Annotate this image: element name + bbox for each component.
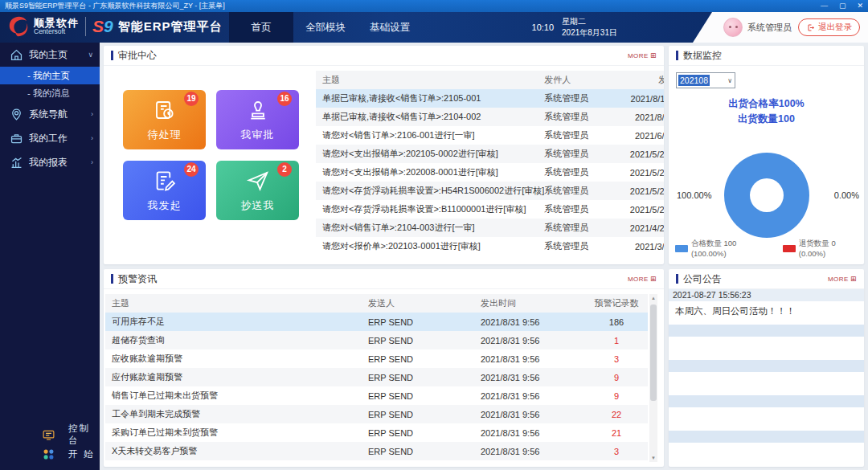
start-label: 开 始 — [68, 448, 94, 460]
row-count: 22 — [585, 410, 648, 419]
row-time: 2021/5/21 16:13 — [618, 205, 664, 215]
more-label: MORE — [628, 52, 649, 59]
table-row[interactable]: 采购订单已过期未到货预警 ERP SEND 2021/8/31 9:56 21 — [105, 423, 648, 442]
announcement-text — [669, 337, 864, 360]
logout-icon — [806, 23, 815, 32]
table-row[interactable]: 销售订单已过期未出货预警 ERP SEND 2021/8/31 9:56 9 — [105, 386, 648, 405]
table-row[interactable]: 请您对<存货浮动耗损率设置>:H54R1S006002进行[审核] 系统管理员 … — [316, 182, 664, 200]
table-row[interactable]: 应收账款逾期预警 ERP SEND 2021/8/31 9:56 3 — [105, 349, 648, 368]
tile-label: 抄送我 — [241, 198, 275, 213]
row-time: 2021/8/31 9:56 — [481, 428, 585, 438]
table-row[interactable]: 请您对<支出报销单>:202008-0001进行[审核] 系统管理员 2021/… — [316, 163, 664, 182]
avatar[interactable] — [723, 18, 743, 37]
tile-initiated-by-me[interactable]: 24 我发起 — [123, 161, 206, 220]
row-sender: ERP SEND — [368, 391, 481, 401]
legend-item-pass: 合格数量 100 (100.00%) — [675, 239, 773, 258]
table-row[interactable]: 请您对<支出报销单>:202105-0002进行[审核] 系统管理员 2021/… — [316, 145, 664, 163]
legend-swatch-red — [783, 245, 796, 252]
table-row[interactable]: 工令单到期未完成预警 ERP SEND 2021/8/31 9:56 22 — [105, 405, 648, 423]
navigation-icon — [10, 108, 23, 121]
alerts-header: 预警资讯 MORE ⊞ — [104, 269, 664, 289]
logout-button[interactable]: 退出登录 — [798, 18, 860, 36]
list-item[interactable]: 2021-08-27 15:56:23 本周六、周日公司活动！！！ — [669, 289, 864, 325]
scroll-thumb[interactable] — [650, 304, 657, 401]
period-select[interactable]: 202108 ∨ — [676, 72, 735, 88]
alerts-more-button[interactable]: MORE ⊞ — [628, 275, 657, 283]
table-row[interactable]: 应付账款逾期预警 ERP SEND 2021/8/31 9:56 9 — [105, 368, 648, 386]
tab-basic-settings[interactable]: 基础设置 — [358, 12, 422, 43]
chevron-down-icon: ∨ — [88, 51, 93, 59]
logout-label: 退出登录 — [818, 22, 852, 33]
my-approvals-count-badge: 16 — [277, 92, 292, 106]
table-row[interactable]: 请您对<报价单>:202103-0001进行[审核] 系统管理员 2021/3/… — [316, 237, 664, 255]
donut-left-label: 100.00% — [677, 190, 711, 200]
sidebar-subitem-my-home[interactable]: - 我的主页 — [0, 67, 100, 84]
list-item[interactable] — [669, 395, 864, 431]
announcements-more-button[interactable]: MORE ⊞ — [828, 275, 857, 283]
app-header: 顺景软件 Centersoft S9 智能ERP管理平台 首页 全部模块 基础设… — [0, 12, 868, 43]
list-item[interactable] — [669, 360, 864, 395]
tab-home[interactable]: 首页 — [229, 12, 293, 43]
row-sender: ERP SEND — [368, 354, 481, 364]
user-name: 系统管理员 — [747, 22, 792, 34]
scroll-up-icon[interactable]: ▲ — [651, 294, 656, 302]
minimize-icon[interactable]: — — [821, 0, 828, 12]
sidebar-item-my-reports[interactable]: 我的报表 › — [0, 150, 100, 174]
s9-logo: S9 — [92, 17, 113, 36]
product-name: 智能ERP管理平台 — [118, 19, 223, 35]
stamp-icon — [246, 98, 270, 122]
sidebar-item-label: 我的主页 — [29, 48, 68, 62]
data-monitor-panel: 数据监控 202108 ∨ 出货合格率100% 出货数量100 100.00% — [669, 46, 864, 264]
approval-center-panel: 审批中心 MORE ⊞ — [104, 46, 664, 264]
announcement-text: 本周六、周日公司活动！！！ — [669, 301, 864, 325]
maximize-icon[interactable]: ▢ — [839, 0, 846, 12]
table-row[interactable]: 请您对<销售订单>:2106-001进行[一审] 系统管理员 2021/6/5 … — [316, 126, 664, 145]
list-item[interactable] — [669, 431, 864, 466]
col-count: 预警记录数 — [585, 297, 648, 309]
brand-text: 顺景软件 Centersoft — [34, 18, 79, 36]
table-row[interactable]: 请您对<销售订单>:2104-003进行[一审] 系统管理员 2021/4/23… — [316, 219, 664, 237]
row-time: 2021/8/5 16:38 — [618, 112, 664, 122]
close-icon[interactable]: ✕ — [857, 0, 863, 12]
alerts-title: 预警资讯 — [118, 272, 157, 286]
alerts-scrollbar[interactable]: ▲ ▼ — [649, 294, 657, 462]
table-row[interactable]: 单据已审核,请接收<销售订单>:2104-002 系统管理员 2021/8/5 … — [316, 108, 664, 126]
announcement-text — [669, 407, 864, 431]
s9-logo-9: 9 — [104, 17, 113, 35]
tile-cc-to-me[interactable]: 2 抄送我 — [216, 161, 299, 220]
console-button[interactable]: 控制台 — [0, 425, 100, 444]
row-subject: 超储存货查询 — [105, 334, 368, 346]
row-time: 2021/6/5 14:58 — [618, 131, 664, 141]
table-row[interactable]: 单据已审核,请接收<销售订单>:2105-001 系统管理员 2021/8/14… — [316, 89, 664, 108]
announcement-text — [669, 443, 864, 466]
announcement-date — [669, 395, 864, 407]
tile-my-approvals[interactable]: 16 我审批 — [216, 90, 299, 149]
table-row[interactable]: 请您对<存货浮动耗损率设置>:B11000001进行[审核] 系统管理员 202… — [316, 200, 664, 219]
start-button[interactable]: 开 始 — [0, 444, 100, 464]
announcement-date — [669, 431, 864, 443]
table-row[interactable]: 超储存货查询 ERP SEND 2021/8/31 9:56 1 — [105, 331, 648, 349]
sidebar-item-my-work[interactable]: 我的工作 › — [0, 126, 100, 150]
approval-more-button[interactable]: MORE ⊞ — [628, 51, 657, 59]
headline-pass-rate: 出货合格率100% — [669, 96, 864, 112]
tile-pending[interactable]: 19 待处理 — [123, 90, 206, 149]
row-subject: 请您对<存货浮动耗损率设置>:B11000001进行[审核] — [316, 203, 544, 215]
row-sender: 系统管理员 — [544, 129, 618, 141]
sidebar-item-system-nav[interactable]: 系统导航 › — [0, 102, 100, 126]
row-subject: 采购订单已过期未到货预警 — [105, 427, 368, 439]
sidebar-subitem-my-messages[interactable]: - 我的消息 — [0, 84, 100, 102]
sidebar-item-my-home[interactable]: 我的主页 ∨ — [0, 43, 100, 67]
scroll-down-icon[interactable]: ▼ — [651, 454, 656, 462]
row-sender: 系统管理员 — [544, 166, 618, 178]
clock-fulldate: 2021年8月31日 — [562, 27, 617, 39]
paper-plane-icon — [246, 169, 270, 193]
table-row[interactable]: X天未转交易客户预警 ERP SEND 2021/8/31 9:56 3 — [105, 442, 648, 460]
s9-logo-s: S — [92, 17, 104, 35]
list-item[interactable] — [669, 325, 864, 360]
chart-legend: 合格数量 100 (100.00%) 退货数量 0 (0.00%) — [675, 239, 864, 258]
clock: 10:10 星期二 2021年8月31日 — [532, 12, 617, 43]
table-row[interactable]: 可用库存不足 ERP SEND 2021/8/31 9:56 186 — [105, 313, 648, 331]
row-time: 2021/8/31 9:56 — [481, 410, 585, 419]
tab-all-modules[interactable]: 全部模块 — [293, 12, 358, 43]
row-count: 21 — [585, 428, 648, 438]
